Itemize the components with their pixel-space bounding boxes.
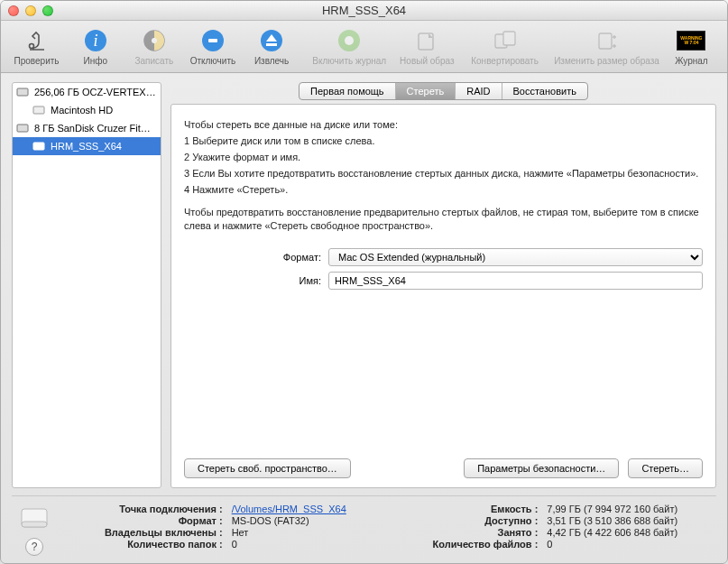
unmount-icon [198, 26, 227, 55]
mount-key: Точка подключения : [66, 504, 223, 514]
unmount-button[interactable]: Отключить [184, 24, 241, 66]
tab-erase[interactable]: Стереть [396, 83, 456, 99]
burn-label: Записать [134, 56, 173, 66]
volume-icon [32, 104, 45, 116]
svg-point-4 [152, 38, 157, 43]
svg-rect-6 [208, 39, 217, 42]
format-label: Формат: [184, 252, 328, 263]
content-area: Первая помощь Стереть RAID Восстановить … [170, 82, 716, 488]
avail-key: Доступно : [394, 515, 539, 526]
tab-restore[interactable]: Восстановить [502, 83, 587, 99]
mount-value: /Volumes/HRM_SSS_X64 [232, 504, 385, 514]
device-sidebar[interactable]: 256,06 ГБ OCZ-VERTEX… Macintosh HD 8 ГБ … [12, 82, 161, 488]
used-key: Занято : [394, 527, 539, 538]
avail-value: 3,51 ГБ (3 510 386 688 байт) [547, 515, 716, 526]
footer-left: ? [12, 504, 57, 556]
eject-button[interactable]: Извлечь [244, 24, 300, 66]
journal-button[interactable]: WARNINGW 7:04 Журнал [663, 24, 720, 66]
journal-on-label: Включить журнал [312, 56, 386, 66]
instr-intro: Чтобы стереть все данные на диске или то… [184, 118, 703, 132]
body: 256,06 ГБ OCZ-VERTEX… Macintosh HD 8 ГБ … [1, 73, 727, 563]
sidebar-item-disk[interactable]: 8 ГБ SanDisk Cruzer Fit… [13, 119, 161, 137]
burn-icon [140, 26, 169, 55]
external-disk-icon [16, 122, 29, 134]
titlebar[interactable]: HRM_SSS_X64 [1, 1, 727, 21]
segmented-control: Первая помощь Стереть RAID Восстановить [299, 82, 588, 100]
svg-rect-20 [22, 522, 47, 527]
sidebar-item-label: 256,06 ГБ OCZ-VERTEX… [34, 85, 156, 99]
format-value: MS-DOS (FAT32) [232, 515, 385, 526]
info-label: Инфо [83, 56, 107, 66]
instr-step2: 2 Укажите формат и имя. [184, 151, 703, 164]
svg-rect-8 [266, 43, 277, 46]
disk-utility-window: HRM_SSS_X64 Проверить i Инфо Записать От… [0, 0, 728, 564]
instr-step3: 3 Если Вы хотите предотвратить восстанов… [184, 167, 703, 180]
instr-step1: 1 Выберите диск или том в списке слева. [184, 134, 703, 148]
info-button[interactable]: i Инфо [67, 24, 124, 66]
main-row: 256,06 ГБ OCZ-VERTEX… Macintosh HD 8 ГБ … [12, 82, 716, 488]
sidebar-item-label: Macintosh HD [51, 103, 113, 117]
toolbar: Проверить i Инфо Записать Отключить Извл… [1, 21, 727, 73]
tab-first-aid[interactable]: Первая помощь [299, 83, 396, 99]
resize-label: Изменить размер образа [554, 56, 659, 66]
svg-rect-18 [33, 143, 44, 150]
name-row: Имя: [184, 272, 703, 290]
resize-image-button: Изменить размер образа [554, 24, 659, 66]
eject-label: Извлечь [254, 56, 289, 66]
svg-text:i: i [93, 32, 97, 50]
sidebar-item-label: 8 ГБ SanDisk Cruzer Fit… [34, 121, 151, 135]
burn-button: Записать [125, 24, 182, 66]
capacity-value: 7,99 ГБ (7 994 972 160 байт) [547, 504, 716, 514]
journal-label: Журнал [675, 56, 708, 66]
volume-large-icon [20, 504, 49, 532]
format-key: Формат : [66, 515, 223, 526]
resize-icon [593, 26, 622, 55]
capacity-key: Емкость : [394, 504, 539, 514]
erase-button[interactable]: Стереть… [628, 458, 703, 478]
tab-bar: Первая помощь Стереть RAID Восстановить [170, 82, 716, 100]
name-label: Имя: [184, 275, 328, 286]
window-title: HRM_SSS_X64 [1, 4, 727, 17]
owners-key: Владельцы включены : [66, 527, 223, 538]
svg-rect-15 [17, 88, 28, 96]
instr-step4: 4 Нажмите «Стереть». [184, 183, 703, 197]
erase-panel: Чтобы стереть все данные на диске или то… [170, 104, 716, 488]
sidebar-item-volume-selected[interactable]: HRM_SSS_X64 [13, 137, 161, 155]
footer-grid: Точка подключения : /Volumes/HRM_SSS_X64… [66, 504, 716, 550]
microscope-icon [23, 26, 51, 55]
new-image-label: Новый образ [400, 56, 455, 66]
format-select[interactable]: Mac OS Extended (журнальный) [328, 248, 703, 266]
convert-button: Конвертировать [457, 24, 552, 66]
convert-label: Конвертировать [471, 56, 539, 66]
tab-raid[interactable]: RAID [456, 83, 502, 99]
erase-free-space-button[interactable]: Стереть своб. пространство… [184, 458, 351, 478]
owners-value: Нет [232, 527, 385, 538]
security-options-button[interactable]: Параметры безопасности… [464, 458, 619, 478]
footer-info: ? Точка подключения : /Volumes/HRM_SSS_X… [12, 495, 716, 556]
help-button[interactable]: ? [25, 538, 43, 556]
svg-rect-14 [599, 33, 612, 49]
sidebar-item-volume[interactable]: Macintosh HD [13, 101, 161, 119]
name-input[interactable] [328, 272, 703, 290]
svg-rect-16 [33, 106, 44, 114]
folders-key: Количество папок : [66, 539, 223, 550]
used-value: 4,42 ГБ (4 422 606 848 байт) [547, 527, 716, 538]
journal-icon: WARNINGW 7:04 [677, 26, 705, 55]
folders-value: 0 [232, 539, 385, 550]
convert-icon [491, 26, 520, 55]
sidebar-item-disk[interactable]: 256,06 ГБ OCZ-VERTEX… [13, 83, 161, 101]
enable-journal-button: Включить журнал [302, 24, 397, 66]
svg-rect-17 [17, 125, 28, 132]
new-image-icon [412, 26, 441, 55]
instr-note: Чтобы предотвратить восстановление предв… [184, 206, 703, 233]
files-value: 0 [547, 539, 716, 550]
verify-button[interactable]: Проверить [8, 24, 65, 66]
eject-icon [257, 26, 286, 55]
new-image-button: Новый образ [399, 24, 456, 66]
panel-buttons: Стереть своб. пространство… Параметры бе… [184, 440, 703, 478]
mount-link[interactable]: /Volumes/HRM_SSS_X64 [232, 504, 346, 514]
sidebar-item-label: HRM_SSS_X64 [51, 139, 122, 153]
unmount-label: Отключить [190, 56, 236, 66]
svg-point-10 [345, 36, 354, 45]
format-row: Формат: Mac OS Extended (журнальный) [184, 248, 703, 266]
